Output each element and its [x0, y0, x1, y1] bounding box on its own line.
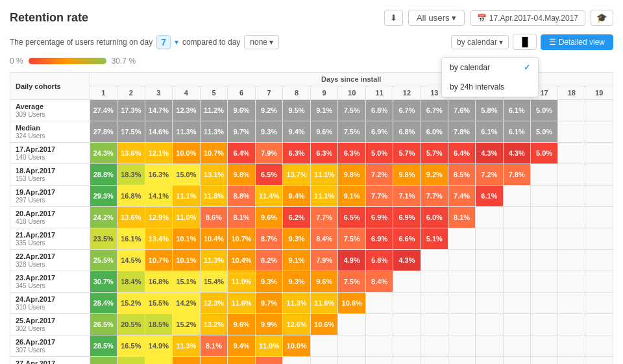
cell-1-15: 6.1%	[503, 121, 530, 143]
cohort-label-4: 19.Apr.2017297 Users	[10, 186, 90, 207]
check-icon: ✓	[524, 63, 530, 72]
detailed-view-button[interactable]: ☰ Detailed view	[541, 34, 613, 50]
cell-6-4: 10.4%	[200, 228, 228, 250]
cell-11-10	[365, 335, 393, 357]
cell-7-2: 10.7%	[145, 250, 173, 271]
cell-10-2: 18.5%	[145, 314, 173, 335]
cell-4-16	[530, 186, 557, 207]
cell-5-0: 24.2%	[90, 207, 117, 228]
cell-6-9: 7.5%	[338, 228, 366, 250]
users-filter-button[interactable]: All users ▾	[408, 10, 465, 26]
day-value[interactable]: 7	[156, 35, 171, 49]
table-row: 19.Apr.2017297 Users29.3%16.8%14.1%11.1%…	[10, 186, 613, 207]
cell-4-4: 11.8%	[200, 186, 228, 207]
bar-chart-icon: ▐▌	[519, 37, 531, 47]
cell-5-7: 6.2%	[283, 207, 311, 228]
cell-2-8: 6.3%	[310, 143, 338, 164]
cell-11-3: 11.3%	[173, 335, 201, 357]
cell-9-4: 12.3%	[200, 293, 228, 314]
header: Retention rate ⬇ All users ▾ 📅 17.Apr.20…	[10, 10, 613, 26]
cell-1-2: 14.6%	[145, 121, 173, 143]
cell-5-17	[558, 207, 585, 228]
table-row: Average309 Users27.4%17.3%14.7%12.3%11.2…	[10, 100, 613, 121]
table-row: 27.Apr.2017334 Users27.1%19.0%16.4%10.4%…	[10, 357, 613, 365]
cohort-header: Daily cohorts	[10, 73, 90, 100]
download-button[interactable]: ⬇	[384, 10, 403, 26]
table-row: 26.Apr.2017307 Users28.5%16.5%14.9%11.3%…	[10, 335, 613, 357]
cell-2-10: 5.0%	[365, 143, 393, 164]
cell-12-12	[421, 357, 448, 365]
cell-3-14: 7.2%	[476, 164, 503, 186]
view-mode-chevron-icon: ▾	[499, 38, 503, 47]
cell-0-9: 7.5%	[338, 100, 366, 121]
cell-11-5: 9.4%	[228, 335, 256, 357]
cell-2-9: 6.3%	[338, 143, 366, 164]
date-range-button[interactable]: 📅 17.Apr.2017-04.May.2017	[470, 10, 585, 26]
cell-10-8: 10.6%	[310, 314, 338, 335]
cell-8-12	[421, 271, 448, 293]
help-button[interactable]: 🎓	[591, 10, 613, 26]
cell-9-7: 11.3%	[283, 293, 311, 314]
cell-5-9: 6.5%	[338, 207, 366, 228]
cohort-label-7: 22.Apr.2017328 Users	[10, 250, 90, 271]
cell-6-7: 9.3%	[283, 228, 311, 250]
cohort-label-9: 24.Apr.2017310 Users	[10, 293, 90, 314]
col-header-9: 9	[310, 86, 338, 100]
cell-0-16: 5.0%	[530, 100, 557, 121]
cell-2-18	[585, 143, 613, 164]
cell-12-9	[338, 357, 366, 365]
cell-0-15: 6.1%	[503, 100, 530, 121]
cell-6-13	[448, 228, 475, 250]
table-row: 22.Apr.2017328 Users25.5%14.5%10.7%10.1%…	[10, 250, 613, 271]
cell-7-13	[448, 250, 475, 271]
cell-1-12: 6.0%	[421, 121, 448, 143]
cell-1-13: 7.8%	[448, 121, 475, 143]
cell-8-6: 9.3%	[255, 271, 283, 293]
users-chevron-icon: ▾	[452, 13, 456, 23]
cell-8-14	[476, 271, 503, 293]
cell-9-2: 15.5%	[145, 293, 173, 314]
compared-dropdown[interactable]: none ▾	[244, 35, 279, 49]
cell-3-3: 15.0%	[173, 164, 201, 186]
toolbar: The percentage of users returning on day…	[10, 34, 613, 50]
cell-3-17	[558, 164, 585, 186]
cell-0-1: 17.3%	[117, 100, 145, 121]
table-row: 20.Apr.2017418 Users24.2%13.6%12.9%11.0%…	[10, 207, 613, 228]
table-row: Median324 Users27.8%17.5%14.6%11.3%11.3%…	[10, 121, 613, 143]
cell-7-7: 9.1%	[283, 250, 311, 271]
cell-7-15	[503, 250, 530, 271]
cell-2-16: 5.0%	[530, 143, 557, 164]
cell-9-12	[421, 293, 448, 314]
cohort-label-11: 26.Apr.2017307 Users	[10, 335, 90, 357]
bar-chart-button[interactable]: ▐▌	[513, 34, 537, 50]
cohort-label-5: 20.Apr.2017418 Users	[10, 207, 90, 228]
calendar-option-24h[interactable]: by 24h intervals	[442, 77, 538, 97]
compared-label: compared to day	[182, 38, 240, 47]
cell-1-11: 6.8%	[393, 121, 421, 143]
cell-9-8: 11.6%	[310, 293, 338, 314]
view-mode-dropdown[interactable]: by calendar ▾	[451, 35, 509, 49]
cell-4-15	[503, 186, 530, 207]
cohort-label-6: 21.Apr.2017335 Users	[10, 228, 90, 250]
cell-4-11: 7.1%	[393, 186, 421, 207]
cell-1-1: 17.5%	[117, 121, 145, 143]
cell-10-10	[365, 314, 393, 335]
cell-6-15	[503, 228, 530, 250]
toolbar-right: by calendar ▾ ▐▌ ☰ Detailed view	[451, 34, 613, 50]
cell-12-5: 9.8%	[228, 357, 256, 365]
cell-10-17	[558, 314, 585, 335]
cell-8-15	[503, 271, 530, 293]
detailed-view-icon: ☰	[549, 38, 558, 47]
cell-1-5: 9.7%	[228, 121, 256, 143]
date-range-label: 17.Apr.2017-04.May.2017	[489, 14, 578, 23]
calendar-option-by-calendar[interactable]: by calendar ✓	[442, 58, 538, 77]
cell-1-16: 5.0%	[530, 121, 557, 143]
cell-4-2: 14.1%	[145, 186, 173, 207]
cell-10-6: 9.9%	[255, 314, 283, 335]
cell-12-14	[476, 357, 503, 365]
cell-11-13	[448, 335, 475, 357]
cell-11-2: 14.9%	[145, 335, 173, 357]
cell-10-16	[530, 314, 557, 335]
cell-7-10: 5.8%	[365, 250, 393, 271]
cell-7-6: 8.2%	[255, 250, 283, 271]
